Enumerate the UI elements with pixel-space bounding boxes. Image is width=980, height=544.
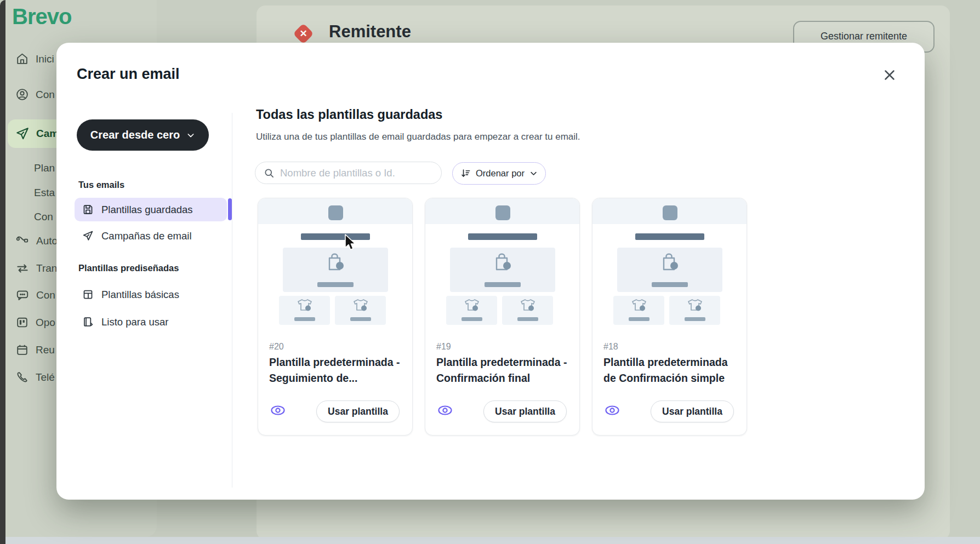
create-from-scratch-button[interactable]: Crear desde cero — [77, 119, 209, 151]
preview-eye-button[interactable] — [270, 404, 287, 419]
sidebar-subitem-plantillas[interactable]: Plan — [34, 162, 55, 174]
search-input[interactable] — [280, 167, 428, 179]
eye-icon — [605, 404, 620, 416]
thumbnail-hero-block — [617, 248, 722, 292]
sidebar-item-label: Opo — [36, 317, 55, 329]
thumbnail-caption-bar — [517, 317, 538, 321]
automation-icon — [15, 234, 30, 248]
preview-eye-button[interactable] — [437, 404, 454, 419]
use-template-button[interactable]: Usar plantilla — [316, 400, 400, 422]
panel-item-listo-para-usar[interactable]: Listo para usar — [75, 310, 227, 334]
sidebar-item-automatizaciones[interactable]: Auto — [15, 234, 58, 248]
tshirt-icon — [464, 299, 480, 313]
panel-item-plantillas-guardadas[interactable]: Plantillas guardadas — [75, 198, 227, 221]
template-card[interactable]: #19 Plantilla predeterminada - Confirmac… — [425, 198, 580, 436]
template-id: #19 — [436, 342, 451, 352]
chevron-down-icon — [186, 131, 195, 140]
template-id: #20 — [269, 342, 284, 352]
thumbnail-title-bar — [468, 233, 537, 240]
saved-template-icon — [82, 204, 94, 215]
search-icon — [264, 168, 275, 179]
deals-icon — [15, 316, 29, 329]
close-button[interactable] — [881, 67, 900, 85]
thumbnail-header — [592, 198, 747, 224]
sidebar-item-transaccional[interactable]: Tran — [15, 261, 57, 276]
send-icon — [15, 127, 30, 141]
taskbar-strip — [5, 537, 980, 544]
panel-item-campanas-de-email[interactable]: Campañas de email — [75, 224, 227, 248]
thumbnail-caption-bar — [485, 282, 521, 287]
sidebar-item-contactos[interactable]: Con — [15, 88, 55, 101]
create-from-scratch-label: Crear desde cero — [90, 129, 180, 141]
thumbnail-caption-bar — [629, 317, 649, 321]
panel-item-label: Campañas de email — [101, 230, 192, 242]
thumbnail-caption-bar — [652, 282, 688, 287]
template-id: #18 — [603, 342, 618, 352]
transactional-icon — [15, 261, 30, 276]
brevo-logo[interactable]: Brevo — [12, 4, 71, 29]
use-template-button[interactable]: Usar plantilla — [483, 400, 567, 422]
template-title: Plantilla predeterminada de Confirmación… — [603, 354, 738, 386]
thumbnail-header — [425, 198, 579, 224]
chat-icon — [15, 288, 30, 302]
sidebar-item-label: Inici — [36, 53, 54, 65]
shopping-bag-icon — [659, 251, 680, 274]
thumbnail-caption-bar — [461, 317, 482, 321]
window-frame-edge — [0, 0, 5, 544]
sidebar-item-campanas[interactable]: Cam — [15, 127, 59, 141]
thumbnail-caption-bar — [350, 317, 371, 321]
thumbnail-logo-block — [495, 205, 510, 220]
shopping-bag-icon — [325, 251, 346, 274]
sort-by-button[interactable]: Ordenar por — [452, 162, 546, 185]
thumbnail-title-bar — [635, 233, 704, 240]
sidebar-item-label: Telé — [36, 371, 55, 383]
sort-icon — [460, 168, 471, 179]
use-template-button[interactable]: Usar plantilla — [651, 400, 734, 422]
paper-plane-icon — [82, 230, 94, 242]
template-card[interactable]: #18 Plantilla predeterminada de Confirma… — [592, 198, 747, 436]
tshirt-icon — [297, 299, 313, 313]
tshirt-icon — [631, 299, 647, 313]
thumbnail-logo-block — [328, 205, 343, 220]
panel-item-label: Plantillas básicas — [101, 289, 179, 301]
selected-indicator-bar — [228, 198, 232, 220]
sidebar-item-reuniones[interactable]: Reu — [15, 343, 55, 357]
panel-divider — [232, 113, 232, 488]
thumbnail-product-block — [502, 296, 553, 325]
basic-layout-icon — [82, 289, 94, 300]
thumbnail-title-bar — [301, 233, 370, 240]
thumbnail-caption-bar — [685, 317, 705, 321]
tshirt-icon — [352, 299, 369, 313]
preview-eye-button[interactable] — [605, 404, 621, 419]
thumbnail-caption-bar — [294, 317, 315, 321]
thumbnail-hero-block — [450, 248, 555, 292]
screen: Brevo Inici Con Cam Plan Esta Con Auto T… — [0, 0, 980, 544]
mouse-cursor — [344, 233, 358, 252]
sidebar-item-label: Auto — [36, 235, 58, 247]
template-search[interactable] — [255, 162, 442, 184]
close-icon — [881, 67, 898, 83]
modal-title: Crear un email — [77, 66, 180, 83]
phone-icon — [15, 370, 29, 384]
sidebar-item-oportunidades[interactable]: Opo — [15, 316, 55, 329]
sidebar-item-label: Con — [36, 89, 55, 101]
sidebar-item-inicio[interactable]: Inici — [15, 52, 54, 66]
panel-item-plantillas-basicas[interactable]: Plantillas básicas — [75, 283, 227, 306]
home-icon — [15, 52, 29, 66]
sidebar-item-telefono[interactable]: Telé — [15, 370, 55, 384]
template-card[interactable]: #20 Plantilla predeterminada - Seguimien… — [258, 198, 413, 436]
calendar-icon — [15, 343, 29, 357]
sort-by-label: Ordenar por — [476, 168, 525, 179]
eye-icon — [270, 404, 286, 416]
thumbnail-product-block — [613, 296, 664, 325]
sidebar-item-label: Cam — [36, 128, 59, 140]
template-title: Plantilla predeterminada - Seguimiento d… — [269, 354, 404, 386]
contacts-icon — [15, 88, 29, 101]
sidebar-subitem-estadisticas[interactable]: Esta — [34, 187, 55, 199]
sidebar-subitem-configuracion[interactable]: Con — [34, 211, 53, 223]
thumbnail-product-block — [335, 296, 386, 325]
sidebar-item-label: Tran — [36, 262, 57, 274]
create-email-modal: Crear un email Crear desde cero Tus emai… — [56, 43, 925, 500]
panel-item-label: Listo para usar — [101, 316, 168, 328]
sidebar-item-conversaciones[interactable]: Con — [15, 288, 55, 302]
